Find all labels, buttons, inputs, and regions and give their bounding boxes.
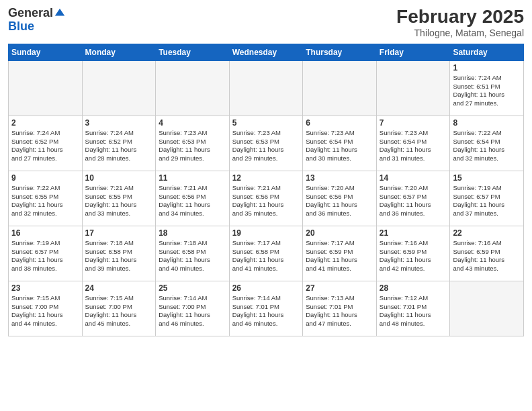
- calendar-cell: [229, 60, 303, 116]
- calendar-cell: 10Sunrise: 7:21 AM Sunset: 6:55 PM Dayli…: [82, 171, 156, 226]
- day-number: 7: [380, 118, 447, 128]
- calendar-cell: 13Sunrise: 7:20 AM Sunset: 6:56 PM Dayli…: [303, 171, 377, 226]
- day-info: Sunrise: 7:23 AM Sunset: 6:54 PM Dayligh…: [306, 129, 373, 163]
- day-number: 6: [306, 118, 373, 128]
- logo-general-text: General: [8, 7, 53, 20]
- day-number: 14: [380, 173, 447, 183]
- calendar-cell: 11Sunrise: 7:21 AM Sunset: 6:56 PM Dayli…: [156, 171, 230, 226]
- calendar-cell: 27Sunrise: 7:13 AM Sunset: 7:01 PM Dayli…: [303, 281, 377, 336]
- col-saturday: Saturday: [450, 44, 524, 60]
- month-title: February 2025: [396, 7, 524, 28]
- day-info: Sunrise: 7:23 AM Sunset: 6:53 PM Dayligh…: [159, 129, 226, 163]
- day-info: Sunrise: 7:14 AM Sunset: 7:00 PM Dayligh…: [159, 294, 226, 328]
- calendar-week-3: 9Sunrise: 7:22 AM Sunset: 6:55 PM Daylig…: [9, 171, 524, 226]
- day-number: 20: [306, 228, 373, 238]
- col-sunday: Sunday: [9, 44, 83, 60]
- day-number: 25: [159, 283, 226, 293]
- day-number: 28: [380, 283, 447, 293]
- calendar-cell: 17Sunrise: 7:18 AM Sunset: 6:58 PM Dayli…: [82, 226, 156, 281]
- calendar-cell: 15Sunrise: 7:19 AM Sunset: 6:57 PM Dayli…: [450, 171, 524, 226]
- calendar-week-4: 16Sunrise: 7:19 AM Sunset: 6:57 PM Dayli…: [9, 226, 524, 281]
- day-info: Sunrise: 7:19 AM Sunset: 6:57 PM Dayligh…: [11, 239, 79, 273]
- calendar-week-2: 2Sunrise: 7:24 AM Sunset: 6:52 PM Daylig…: [9, 116, 524, 171]
- col-monday: Monday: [82, 44, 156, 60]
- day-number: 23: [11, 283, 79, 293]
- calendar-cell: 23Sunrise: 7:15 AM Sunset: 7:00 PM Dayli…: [9, 281, 83, 336]
- calendar-cell: [156, 60, 230, 116]
- day-number: 5: [232, 118, 300, 128]
- day-number: 10: [85, 173, 153, 183]
- day-info: Sunrise: 7:21 AM Sunset: 6:55 PM Dayligh…: [85, 184, 153, 218]
- day-info: Sunrise: 7:19 AM Sunset: 6:57 PM Dayligh…: [453, 184, 521, 218]
- page: General Blue February 2025 Thilogne, Mat…: [0, 0, 532, 411]
- day-info: Sunrise: 7:20 AM Sunset: 6:57 PM Dayligh…: [380, 184, 447, 218]
- day-number: 2: [11, 118, 79, 128]
- calendar-cell: 3Sunrise: 7:24 AM Sunset: 6:52 PM Daylig…: [82, 116, 156, 171]
- calendar-header-row: Sunday Monday Tuesday Wednesday Thursday…: [9, 44, 524, 60]
- calendar-table: Sunday Monday Tuesday Wednesday Thursday…: [8, 44, 524, 336]
- calendar-cell: 9Sunrise: 7:22 AM Sunset: 6:55 PM Daylig…: [9, 171, 83, 226]
- calendar-cell: 20Sunrise: 7:17 AM Sunset: 6:59 PM Dayli…: [303, 226, 377, 281]
- day-info: Sunrise: 7:16 AM Sunset: 6:59 PM Dayligh…: [380, 239, 447, 273]
- day-info: Sunrise: 7:18 AM Sunset: 6:58 PM Dayligh…: [85, 239, 153, 273]
- day-info: Sunrise: 7:12 AM Sunset: 7:01 PM Dayligh…: [380, 294, 447, 328]
- logo-blue-text: Blue: [8, 20, 66, 34]
- day-info: Sunrise: 7:14 AM Sunset: 7:01 PM Dayligh…: [232, 294, 300, 328]
- day-number: 27: [306, 283, 373, 293]
- calendar-cell: 7Sunrise: 7:23 AM Sunset: 6:54 PM Daylig…: [376, 116, 450, 171]
- day-info: Sunrise: 7:17 AM Sunset: 6:59 PM Dayligh…: [306, 239, 373, 273]
- day-number: 18: [159, 228, 226, 238]
- calendar-cell: 4Sunrise: 7:23 AM Sunset: 6:53 PM Daylig…: [156, 116, 230, 171]
- calendar-cell: 2Sunrise: 7:24 AM Sunset: 6:52 PM Daylig…: [9, 116, 83, 171]
- day-info: Sunrise: 7:22 AM Sunset: 6:55 PM Dayligh…: [11, 184, 79, 218]
- day-info: Sunrise: 7:21 AM Sunset: 6:56 PM Dayligh…: [232, 184, 300, 218]
- day-info: Sunrise: 7:23 AM Sunset: 6:54 PM Dayligh…: [380, 129, 447, 163]
- calendar-cell: 21Sunrise: 7:16 AM Sunset: 6:59 PM Dayli…: [376, 226, 450, 281]
- calendar-cell: [9, 60, 83, 116]
- day-number: 19: [232, 228, 300, 238]
- day-info: Sunrise: 7:21 AM Sunset: 6:56 PM Dayligh…: [159, 184, 226, 218]
- day-info: Sunrise: 7:22 AM Sunset: 6:54 PM Dayligh…: [453, 129, 521, 163]
- day-number: 21: [380, 228, 447, 238]
- day-info: Sunrise: 7:24 AM Sunset: 6:51 PM Dayligh…: [453, 74, 521, 108]
- day-number: 8: [453, 118, 521, 128]
- col-wednesday: Wednesday: [229, 44, 303, 60]
- day-number: 1: [453, 63, 521, 73]
- day-number: 4: [159, 118, 226, 128]
- day-info: Sunrise: 7:20 AM Sunset: 6:56 PM Dayligh…: [306, 184, 373, 218]
- day-number: 17: [85, 228, 153, 238]
- calendar-cell: 22Sunrise: 7:16 AM Sunset: 6:59 PM Dayli…: [450, 226, 524, 281]
- col-thursday: Thursday: [303, 44, 377, 60]
- day-info: Sunrise: 7:24 AM Sunset: 6:52 PM Dayligh…: [11, 129, 79, 163]
- calendar-cell: [303, 60, 377, 116]
- day-number: 22: [453, 228, 521, 238]
- location: Thilogne, Matam, Senegal: [396, 28, 524, 38]
- title-block: February 2025 Thilogne, Matam, Senegal: [396, 7, 524, 38]
- calendar-cell: [82, 60, 156, 116]
- day-info: Sunrise: 7:23 AM Sunset: 6:53 PM Dayligh…: [232, 129, 300, 163]
- calendar-cell: 16Sunrise: 7:19 AM Sunset: 6:57 PM Dayli…: [9, 226, 83, 281]
- calendar-cell: 6Sunrise: 7:23 AM Sunset: 6:54 PM Daylig…: [303, 116, 377, 171]
- day-number: 3: [85, 118, 153, 128]
- calendar-cell: 25Sunrise: 7:14 AM Sunset: 7:00 PM Dayli…: [156, 281, 230, 336]
- day-number: 26: [232, 283, 300, 293]
- header: General Blue February 2025 Thilogne, Mat…: [8, 7, 524, 38]
- calendar-cell: [450, 281, 524, 336]
- col-friday: Friday: [376, 44, 450, 60]
- day-number: 11: [159, 173, 226, 183]
- calendar-cell: 1Sunrise: 7:24 AM Sunset: 6:51 PM Daylig…: [450, 60, 524, 116]
- day-info: Sunrise: 7:15 AM Sunset: 7:00 PM Dayligh…: [11, 294, 79, 328]
- calendar-cell: [376, 60, 450, 116]
- svg-marker-0: [55, 9, 64, 16]
- day-info: Sunrise: 7:13 AM Sunset: 7:01 PM Dayligh…: [306, 294, 373, 328]
- calendar-cell: 8Sunrise: 7:22 AM Sunset: 6:54 PM Daylig…: [450, 116, 524, 171]
- day-number: 15: [453, 173, 521, 183]
- logo-icon: [54, 7, 66, 19]
- logo: General Blue: [8, 7, 66, 34]
- calendar-cell: 12Sunrise: 7:21 AM Sunset: 6:56 PM Dayli…: [229, 171, 303, 226]
- day-info: Sunrise: 7:24 AM Sunset: 6:52 PM Dayligh…: [85, 129, 153, 163]
- day-info: Sunrise: 7:17 AM Sunset: 6:58 PM Dayligh…: [232, 239, 300, 273]
- calendar-cell: 28Sunrise: 7:12 AM Sunset: 7:01 PM Dayli…: [376, 281, 450, 336]
- day-number: 13: [306, 173, 373, 183]
- calendar-cell: 5Sunrise: 7:23 AM Sunset: 6:53 PM Daylig…: [229, 116, 303, 171]
